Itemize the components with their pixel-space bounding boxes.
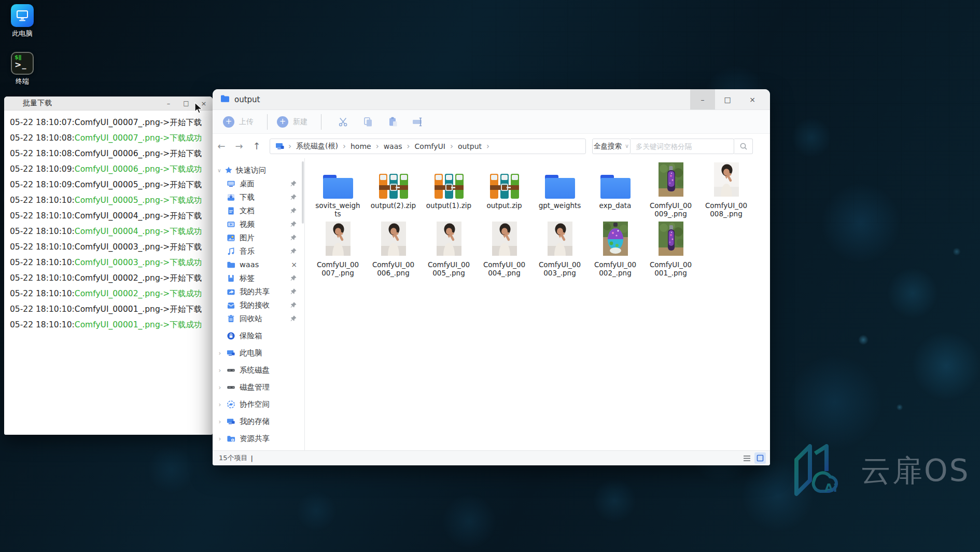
chevron-right-icon[interactable]: › — [216, 384, 224, 391]
file-item-exp_data[interactable]: exp_data — [587, 164, 643, 224]
search-input[interactable] — [631, 139, 734, 154]
pin-icon[interactable] — [290, 301, 297, 309]
search-button[interactable] — [734, 139, 753, 154]
close-button[interactable]: × — [740, 89, 765, 109]
file-item-ComfyUI_00001_.png[interactable]: ComfyUI_00 001_.png — [643, 224, 698, 283]
maximize-button[interactable]: □ — [177, 100, 195, 107]
pin-icon[interactable] — [290, 315, 297, 322]
zip-archive-icon — [379, 174, 408, 199]
breadcrumb-item[interactable]: 系统磁盘(根) — [295, 142, 339, 151]
paste-icon[interactable] — [381, 116, 405, 128]
music-icon — [226, 247, 235, 256]
file-item-output(2).zip[interactable]: output(2).zip — [366, 164, 421, 224]
back-icon[interactable]: ← — [213, 141, 230, 151]
chevron-right-icon[interactable]: › — [216, 367, 224, 374]
file-item-ComfyUI_00009_.png[interactable]: ComfyUI_00 009_.png — [643, 164, 698, 224]
maximize-button[interactable]: □ — [715, 89, 740, 109]
close-icon[interactable]: × — [291, 260, 297, 269]
log-line: 05-22 18:10:10:ComfyUI_00003_.png->下载成功 — [10, 255, 213, 270]
log-time: 05-22 18:10:09: — [10, 164, 75, 174]
sidebar-item-保险箱[interactable]: 保险箱 — [213, 327, 304, 344]
file-item-ComfyUI_00004_.png[interactable]: ComfyUI_00 004_.png — [477, 224, 532, 283]
sidebar-item-音乐[interactable]: 音乐 — [213, 244, 304, 258]
chevron-right-icon[interactable]: › — [216, 350, 224, 357]
copy-icon[interactable] — [356, 116, 381, 128]
file-name: exp_data — [599, 201, 632, 210]
recycle-icon — [226, 314, 235, 323]
sidebar-item-我的接收[interactable]: 我的接收 — [213, 298, 304, 312]
file-item-ComfyUI_00005_.png[interactable]: ComfyUI_00 005_.png — [421, 224, 477, 283]
sidebar-item-此电脑[interactable]: › 此电脑 — [213, 344, 304, 362]
sidebar-item-label: 回收站 — [240, 314, 262, 324]
file-item-ComfyUI_00003_.png[interactable]: ComfyUI_00 003_.png — [532, 224, 587, 283]
batch-download-titlebar[interactable]: 批量下载 – □ × — [4, 96, 213, 111]
file-item-output(1).zip[interactable]: output(1).zip — [421, 164, 477, 224]
file-manager-titlebar[interactable]: output – □ × — [213, 89, 770, 110]
log-message: ComfyUI_00003_.png->开始下载 — [75, 242, 202, 252]
log-message: ComfyUI_00006_.png->下载成功 — [75, 164, 202, 174]
sidebar-scrollbar[interactable] — [302, 161, 304, 224]
desktop-icon-terminal[interactable]: $▮ >_ 终端 — [0, 52, 45, 86]
pin-icon[interactable] — [290, 274, 297, 282]
pin-icon[interactable] — [290, 234, 297, 241]
minimize-button[interactable]: – — [690, 89, 715, 109]
cut-icon[interactable] — [331, 116, 356, 128]
file-item-output.zip[interactable]: output.zip — [477, 164, 532, 224]
sidebar-item-系统磁盘[interactable]: › 系统磁盘 — [213, 362, 304, 379]
sidebar-item-视频[interactable]: 视频 — [213, 217, 304, 231]
file-item-ComfyUI_00006_.png[interactable]: ComfyUI_00 006_.png — [366, 224, 421, 283]
file-name: output(2).zip — [371, 201, 416, 210]
forward-icon[interactable]: → — [230, 141, 248, 151]
pin-icon[interactable] — [290, 207, 297, 214]
sidebar-item-label: 系统磁盘 — [240, 365, 270, 375]
pin-icon[interactable] — [290, 180, 297, 187]
sidebar-item-资源共享[interactable]: › 资源共享 — [213, 430, 304, 447]
file-item-gpt_weights[interactable]: gpt_weights — [532, 164, 587, 224]
grid-view-button[interactable] — [754, 452, 766, 464]
file-name: ComfyUI_00 004_.png — [483, 260, 525, 277]
log-line: 05-22 18:10:08:ComfyUI_00007_.png->下载成功 — [10, 130, 213, 146]
sidebar-item-我的共享[interactable]: 我的共享 — [213, 285, 304, 298]
breadcrumb-item[interactable]: ComfyUI — [414, 142, 446, 150]
file-item-sovits_weights[interactable]: sovits_weigh ts — [310, 164, 366, 224]
mouse-cursor — [194, 102, 205, 117]
log-time: 05-22 18:10:08: — [10, 133, 75, 143]
chevron-down-icon: ∨ — [625, 143, 629, 149]
chevron-right-icon[interactable]: › — [216, 401, 224, 408]
sidebar-item-下载[interactable]: 下载 — [213, 190, 304, 204]
search-scope-dropdown[interactable]: 全盘搜索 ∨ — [592, 139, 631, 154]
upload-button[interactable]: + 上传 — [223, 116, 254, 128]
sidebar-item-文档[interactable]: 文档 — [213, 204, 304, 217]
sidebar-item-图片[interactable]: 图片 — [213, 231, 304, 244]
sidebar-item-回收站[interactable]: 回收站 — [213, 312, 304, 325]
folder-tab-icon — [220, 94, 230, 105]
sidebar-item-磁盘管理[interactable]: › 磁盘管理 — [213, 379, 304, 396]
breadcrumb-item[interactable]: waas — [383, 142, 403, 150]
file-item-ComfyUI_00008_.png[interactable]: ComfyUI_00 008_.png — [698, 164, 754, 224]
sidebar-group-quick-access[interactable]: ∨ 快速访问 — [213, 163, 304, 177]
item-count: 15个项目 — [219, 453, 248, 463]
sidebar-item-label: 标签 — [240, 273, 255, 283]
chevron-right-icon[interactable]: › — [216, 435, 224, 443]
pin-icon[interactable] — [290, 220, 297, 228]
sidebar-item-桌面[interactable]: 桌面 — [213, 177, 304, 190]
sidebar-item-标签[interactable]: 标签 — [213, 271, 304, 285]
minimize-button[interactable]: – — [160, 100, 177, 107]
breadcrumb-item[interactable]: output — [457, 142, 483, 150]
pin-icon[interactable] — [290, 194, 297, 201]
sidebar-item-我的存储[interactable]: › 我的存储 — [213, 413, 304, 430]
new-button[interactable]: + 新建 — [277, 116, 307, 128]
up-icon[interactable]: ↑ — [248, 141, 265, 151]
sidebar-item-协作空间[interactable]: › 协作空间 — [213, 396, 304, 413]
desktop-icon-this-pc[interactable]: 此电脑 — [0, 4, 45, 38]
pin-icon[interactable] — [290, 288, 297, 295]
file-item-ComfyUI_00007_.png[interactable]: ComfyUI_00 007_.png — [310, 224, 366, 283]
pin-icon[interactable] — [290, 247, 297, 255]
sidebar-item-waas[interactable]: waas × — [213, 258, 304, 271]
chevron-right-icon[interactable]: › — [216, 418, 224, 425]
status-bar: 15个项目 | — [213, 450, 770, 465]
rename-icon[interactable] — [405, 116, 430, 128]
list-view-button[interactable] — [741, 452, 752, 464]
file-item-ComfyUI_00002_.png[interactable]: ComfyUI_00 002_.png — [587, 224, 643, 283]
breadcrumb-item[interactable]: home — [349, 142, 372, 150]
